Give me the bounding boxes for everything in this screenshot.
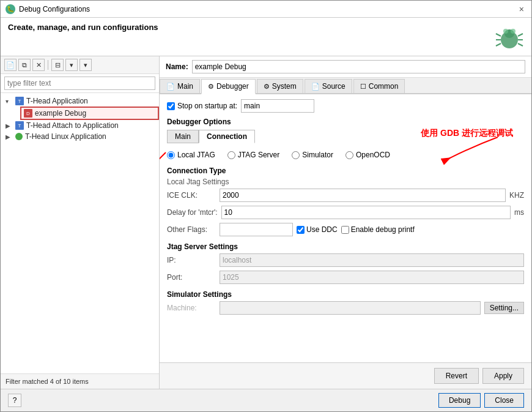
sidebar-item-thead-attach[interactable]: ▶ T T-Head Attach to Application xyxy=(3,120,159,131)
tab-debugger-label: Debugger xyxy=(216,82,249,91)
enable-debug-printf-text: Enable debug printf xyxy=(351,225,415,234)
filter-input-container xyxy=(1,74,159,93)
port-label: Port: xyxy=(167,273,216,282)
header-area: Create, manage, and run configurations xyxy=(1,18,531,56)
tab-source-label: Source xyxy=(322,82,345,91)
debugger-subtabs: Main Connection xyxy=(167,130,524,143)
svg-point-3 xyxy=(511,29,515,34)
main-tab-icon: 📄 xyxy=(166,83,175,91)
machine-row: Machine: Setting... xyxy=(167,301,524,315)
tree-children: D example Debug xyxy=(3,107,159,120)
radio-jtag-server[interactable]: JTAG Server xyxy=(227,151,279,159)
radio-simulator[interactable]: Simulator xyxy=(292,151,333,159)
tree-label-example-debug: example Debug xyxy=(35,109,86,118)
common-tab-icon: ☐ xyxy=(360,83,366,91)
other-flags-input[interactable] xyxy=(220,223,293,236)
menu-button[interactable]: ▾ xyxy=(79,59,92,71)
jtag-server-label: Jtag Server Settings xyxy=(167,242,524,251)
radio-jtag-server-input[interactable] xyxy=(227,151,235,159)
tab-system[interactable]: ⚙ System xyxy=(257,79,303,93)
footer-bar: ? Debug Close xyxy=(1,389,531,411)
sidebar-item-example-debug[interactable]: D example Debug xyxy=(20,107,159,120)
left-toolbar: 📄 ⧉ ✕ ⊟ ▾ ▾ xyxy=(1,56,159,74)
tree-label: T-Head Application xyxy=(26,97,88,105)
tab-common[interactable]: ☐ Common xyxy=(353,79,405,93)
delete-config-button[interactable]: ✕ xyxy=(32,59,45,71)
tab-main[interactable]: 📄 Main xyxy=(160,79,200,93)
duplicate-config-button[interactable]: ⧉ xyxy=(18,59,31,71)
subtab-main[interactable]: Main xyxy=(167,130,199,143)
radio-openocd[interactable]: OpenOCD xyxy=(345,151,390,159)
radio-simulator-input[interactable] xyxy=(292,151,300,159)
tab-debugger[interactable]: ⚙ Debugger xyxy=(201,79,256,94)
tab-main-label: Main xyxy=(177,82,193,91)
tab-common-label: Common xyxy=(369,82,399,91)
ice-clk-input[interactable] xyxy=(220,189,506,202)
expand-button[interactable]: ▾ xyxy=(65,59,78,71)
svg-point-2 xyxy=(503,29,508,34)
config-name-input[interactable] xyxy=(192,60,525,73)
setting-button[interactable]: Setting... xyxy=(484,302,524,314)
connection-type-label: Connection Type xyxy=(167,167,524,175)
svg-line-6 xyxy=(496,43,501,46)
left-status: Filter matched 4 of 10 items xyxy=(1,373,159,389)
name-row: Name: xyxy=(160,56,531,78)
help-button[interactable]: ? xyxy=(8,394,21,407)
sidebar-item-thead-linux[interactable]: ▶ T-Head Linux Application xyxy=(3,131,159,142)
stop-label-text: Stop on startup at: xyxy=(177,102,237,110)
other-flags-label: Other Flags: xyxy=(167,225,216,234)
header-title: Create, manage, and run configurations xyxy=(8,23,158,32)
new-config-button[interactable]: 📄 xyxy=(4,59,17,71)
bottom-buttons: Revert Apply xyxy=(160,362,531,389)
ip-row: IP: xyxy=(167,253,524,267)
debug-configurations-window: 🐛 Debug Configurations × Create, manage,… xyxy=(0,0,532,412)
enable-debug-printf-checkbox[interactable] xyxy=(341,226,349,234)
ice-clk-unit: KHZ xyxy=(509,191,524,200)
debug-icon: D xyxy=(24,109,32,118)
attach-icon: T xyxy=(15,121,24,130)
stop-on-startup-checkbox[interactable] xyxy=(167,102,175,110)
close-button[interactable]: × xyxy=(517,4,526,14)
radio-openocd-input[interactable] xyxy=(345,151,353,159)
expand-icon-attach: ▶ xyxy=(6,122,13,129)
radio-local-jtag-input[interactable] xyxy=(167,151,175,159)
ice-clk-row: ICE CLK: KHZ xyxy=(167,189,524,202)
system-tab-icon: ⚙ xyxy=(264,83,270,91)
simulator-settings-label: Simulator Settings xyxy=(167,290,524,299)
name-label: Name: xyxy=(166,62,188,71)
revert-button[interactable]: Revert xyxy=(434,368,479,384)
use-ddc-checkbox-label[interactable]: Use DDC xyxy=(297,225,338,234)
stop-on-startup-label[interactable]: Stop on startup at: xyxy=(167,102,237,110)
port-input[interactable] xyxy=(220,271,524,284)
connection-type-radio-row: Local JTAG JTAG Server Simulator OpenOCD xyxy=(167,148,524,162)
subtab-connection[interactable]: Connection xyxy=(199,130,255,143)
enable-debug-printf-label[interactable]: Enable debug printf xyxy=(341,225,415,234)
radio-openocd-label: OpenOCD xyxy=(356,151,390,159)
collapse-button[interactable]: ⊟ xyxy=(51,59,64,71)
radio-simulator-label: Simulator xyxy=(302,151,333,159)
radio-local-jtag-label: Local JTAG xyxy=(177,151,215,159)
use-ddc-label: Use DDC xyxy=(306,225,338,234)
delay-input[interactable] xyxy=(221,206,511,219)
tabs-row: 📄 Main ⚙ Debugger ⚙ System 📄 Source ☐ xyxy=(160,78,531,94)
tree-group-linux: ▶ T-Head Linux Application xyxy=(1,131,159,142)
window-icon: 🐛 xyxy=(6,4,15,14)
filter-input[interactable] xyxy=(4,77,155,90)
stop-at-input[interactable] xyxy=(241,99,314,113)
use-ddc-checkbox[interactable] xyxy=(297,226,305,234)
filter-status: Filter matched 4 of 10 items xyxy=(6,378,89,385)
debug-button[interactable]: Debug xyxy=(438,393,481,408)
sidebar-item-thead-application[interactable]: ▾ T T-Head Application xyxy=(3,96,159,107)
close-dialog-button[interactable]: Close xyxy=(484,393,524,408)
machine-input[interactable] xyxy=(220,301,481,315)
tree-area: ▾ T T-Head Application D example Debug ▶ xyxy=(1,93,159,373)
delay-row: Delay for 'mtcr': ms xyxy=(167,206,524,219)
window-title: Debug Configurations xyxy=(19,5,90,13)
tab-source[interactable]: 📄 Source xyxy=(305,79,352,93)
bug-icon xyxy=(495,23,524,52)
apply-button[interactable]: Apply xyxy=(482,368,524,384)
radio-local-jtag[interactable]: Local JTAG xyxy=(167,151,215,159)
ip-input[interactable] xyxy=(220,253,524,267)
main-content: 📄 ⧉ ✕ ⊟ ▾ ▾ ▾ T T-Head Application xyxy=(1,56,531,389)
left-panel: 📄 ⧉ ✕ ⊟ ▾ ▾ ▾ T T-Head Application xyxy=(1,56,160,389)
